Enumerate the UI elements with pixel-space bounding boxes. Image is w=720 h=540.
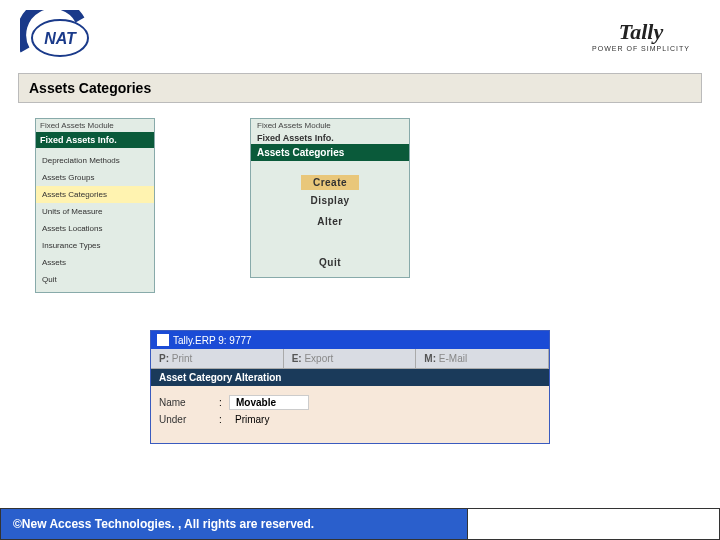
tally-tagline: POWER OF SIMPLICITY (592, 45, 690, 52)
window-titlebar: Tally.ERP 9: 9777 (151, 331, 549, 349)
action-alter[interactable]: Alter (251, 211, 409, 232)
footer: ©New Access Technologies. , All rights a… (0, 508, 720, 540)
app-icon (157, 334, 169, 346)
menu-item-assets[interactable]: Assets (36, 254, 154, 271)
action-create[interactable]: Create (301, 175, 359, 190)
footer-blank (468, 508, 720, 540)
action-display[interactable]: Display (251, 190, 409, 211)
window-title-text: Tally.ERP 9: 9777 (173, 335, 252, 346)
nat-logo-text: NAT (44, 30, 77, 47)
panel-left-title1: Fixed Assets Module (36, 119, 154, 132)
tally-logo: Tally POWER OF SIMPLICITY (592, 19, 690, 52)
label-under: Under (159, 414, 219, 425)
row-under: Under : Primary (159, 413, 541, 426)
window-menu: P: Print E: Export M: E-Mail (151, 349, 549, 369)
assets-categories-menu: Fixed Assets Module Fixed Assets Info. A… (250, 118, 410, 278)
menu-item-units-of-measure[interactable]: Units of Measure (36, 203, 154, 220)
menu-print[interactable]: P: Print (151, 349, 284, 368)
tally-window: Tally.ERP 9: 9777 P: Print E: Export M: … (150, 330, 550, 444)
header: NAT Tally POWER OF SIMPLICITY (0, 0, 720, 65)
nat-logo: NAT (20, 10, 100, 60)
row-name: Name : Movable (159, 395, 541, 410)
panels-area: Fixed Assets Module Fixed Assets Info. D… (0, 103, 720, 303)
menu-export[interactable]: E: Export (284, 349, 417, 368)
label-name: Name (159, 397, 219, 408)
form-body: Name : Movable Under : Primary (151, 386, 549, 443)
fixed-assets-info-menu: Fixed Assets Module Fixed Assets Info. D… (35, 118, 155, 293)
copyright: ©New Access Technologies. , All rights a… (0, 508, 468, 540)
value-under[interactable]: Primary (229, 413, 309, 426)
menu-item-depreciation-methods[interactable]: Depreciation Methods (36, 152, 154, 169)
tally-brand: Tally (592, 19, 690, 45)
panel-mid-title1: Fixed Assets Module (251, 119, 409, 132)
menu-item-quit[interactable]: Quit (36, 271, 154, 288)
page-title: Assets Categories (18, 73, 702, 103)
action-quit[interactable]: Quit (251, 252, 409, 273)
menu-item-assets-groups[interactable]: Assets Groups (36, 169, 154, 186)
menu-item-assets-categories[interactable]: Assets Categories (36, 186, 154, 203)
menu-email[interactable]: M: E-Mail (416, 349, 549, 368)
menu-item-insurance-types[interactable]: Insurance Types (36, 237, 154, 254)
panel-left-title2: Fixed Assets Info. (36, 132, 154, 148)
section-title: Asset Category Alteration (151, 369, 549, 386)
value-name[interactable]: Movable (229, 395, 309, 410)
menu-item-assets-locations[interactable]: Assets Locations (36, 220, 154, 237)
panel-mid-title2: Fixed Assets Info. (251, 132, 409, 144)
panel-mid-title3: Assets Categories (251, 144, 409, 161)
